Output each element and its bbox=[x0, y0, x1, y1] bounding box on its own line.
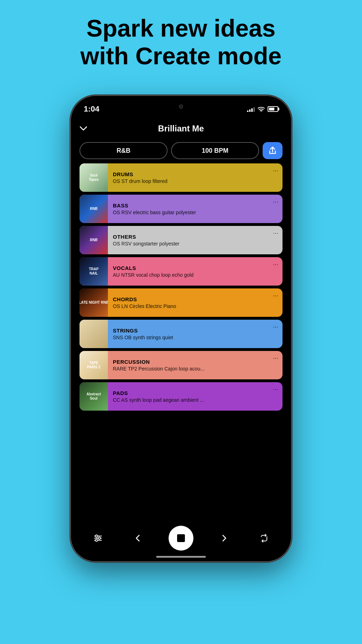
svg-point-6 bbox=[95, 539, 98, 541]
track-name-percussion: RARE TP2 Percussion Cajon loop acou... bbox=[113, 366, 278, 372]
controls-row: R&B 100 BPM bbox=[79, 142, 283, 159]
battery-icon bbox=[268, 106, 278, 112]
track-info-others: OTHERSOS RSV songstarter polyester bbox=[108, 230, 283, 250]
track-name-pads: CC AS synth loop pad aegean ambient ... bbox=[113, 397, 278, 403]
track-more-strings[interactable]: ··· bbox=[273, 323, 278, 331]
track-more-percussion[interactable]: ··· bbox=[273, 355, 278, 362]
track-item-bass[interactable]: RNBBASSOS RSV electric bass guitar polye… bbox=[79, 195, 283, 223]
page-headline: Spark new ideas with Create mode bbox=[0, 14, 362, 70]
track-category-vocals: VOCALS bbox=[113, 265, 278, 271]
signal-icon bbox=[247, 106, 255, 112]
track-info-strings: STRINGSSNS OB synth strings quiet bbox=[108, 324, 283, 344]
track-artwork-pads: Abstract Soul bbox=[79, 382, 108, 411]
track-name-vocals: AU NTSR vocal chop loop echo gold bbox=[113, 272, 278, 278]
mixer-button[interactable] bbox=[89, 529, 107, 547]
track-item-vocals[interactable]: TRAP NAILVOCALSAU NTSR vocal chop loop e… bbox=[79, 257, 283, 286]
track-more-chords[interactable]: ··· bbox=[273, 292, 278, 299]
track-name-chords: OS LN Circles Electric Piano bbox=[113, 303, 278, 309]
track-item-pads[interactable]: Abstract SoulPADSCC AS synth loop pad ae… bbox=[79, 382, 283, 411]
battery-fill bbox=[269, 108, 274, 110]
track-list: Soul TapesDRUMSOS ST drum loop filtered·… bbox=[79, 163, 283, 411]
track-artwork-bass: RNB bbox=[79, 195, 108, 223]
stop-icon bbox=[177, 534, 185, 542]
svg-point-5 bbox=[98, 537, 100, 539]
track-info-drums: DRUMSOS ST drum loop filtered bbox=[108, 168, 283, 188]
genre-button[interactable]: R&B bbox=[79, 142, 168, 159]
title-bar: Brilliant Me bbox=[79, 119, 283, 138]
track-artwork-percussion: TAPE PARIS 2 bbox=[79, 351, 108, 379]
home-indicator bbox=[156, 556, 206, 558]
wifi-icon bbox=[258, 106, 265, 112]
track-info-vocals: VOCALSAU NTSR vocal chop loop echo gold bbox=[108, 261, 283, 281]
track-info-pads: PADSCC AS synth loop pad aegean ambient … bbox=[108, 386, 283, 406]
track-artwork-vocals: TRAP NAIL bbox=[79, 257, 108, 286]
track-item-drums[interactable]: Soul TapesDRUMSOS ST drum loop filtered·… bbox=[79, 163, 283, 192]
track-name-bass: OS RSV electric bass guitar polyester bbox=[113, 210, 278, 215]
app-title: Brilliant Me bbox=[158, 124, 204, 134]
track-category-drums: DRUMS bbox=[113, 171, 278, 177]
svg-point-0 bbox=[261, 111, 262, 112]
track-category-bass: BASS bbox=[113, 202, 278, 209]
track-artwork-chords: LATE NIGHT RNB bbox=[79, 288, 108, 317]
track-item-others[interactable]: RNBOTHERSOS RSV songstarter polyester··· bbox=[79, 226, 283, 254]
track-more-pads[interactable]: ··· bbox=[273, 386, 278, 393]
track-name-drums: OS ST drum loop filtered bbox=[113, 178, 278, 184]
stop-button[interactable] bbox=[169, 526, 193, 551]
track-artwork-drums: Soul Tapes bbox=[79, 163, 108, 192]
track-item-chords[interactable]: LATE NIGHT RNBCHORDSOS LN Circles Electr… bbox=[79, 288, 283, 317]
track-info-chords: CHORDSOS LN Circles Electric Piano bbox=[108, 293, 283, 313]
bottom-bar bbox=[71, 522, 291, 561]
svg-point-4 bbox=[95, 535, 98, 537]
loop-button[interactable] bbox=[255, 529, 273, 547]
notch bbox=[158, 101, 204, 112]
track-item-percussion[interactable]: TAPE PARIS 2PERCUSSIONRARE TP2 Percussio… bbox=[79, 351, 283, 379]
track-category-pads: PADS bbox=[113, 390, 278, 396]
camera-dot bbox=[179, 104, 183, 109]
phone-screen: 1:04 bbox=[71, 96, 291, 561]
track-artwork-others: RNB bbox=[79, 226, 108, 254]
headline-line1: Spark new ideas bbox=[87, 15, 276, 42]
track-category-percussion: PERCUSSION bbox=[113, 359, 278, 365]
track-name-others: OS RSV songstarter polyester bbox=[113, 241, 278, 247]
chevron-down-icon[interactable] bbox=[79, 124, 87, 133]
track-artwork-strings bbox=[79, 320, 108, 348]
track-more-others[interactable]: ··· bbox=[273, 229, 278, 237]
track-category-strings: STRINGS bbox=[113, 328, 278, 334]
track-name-strings: SNS OB synth strings quiet bbox=[113, 335, 278, 340]
track-category-others: OTHERS bbox=[113, 234, 278, 240]
forward-button[interactable] bbox=[215, 529, 233, 547]
bpm-button[interactable]: 100 BPM bbox=[171, 142, 259, 159]
phone-frame: 1:04 bbox=[71, 96, 291, 561]
app-content: Brilliant Me R&B 100 BPM Soul TapesDRUMS… bbox=[71, 119, 291, 411]
track-more-vocals[interactable]: ··· bbox=[273, 261, 278, 268]
share-icon bbox=[268, 146, 277, 155]
track-info-percussion: PERCUSSIONRARE TP2 Percussion Cajon loop… bbox=[108, 355, 283, 375]
back-button[interactable] bbox=[129, 529, 147, 547]
status-time: 1:04 bbox=[84, 104, 99, 114]
share-button[interactable] bbox=[263, 142, 283, 159]
track-category-chords: CHORDS bbox=[113, 296, 278, 302]
track-info-bass: BASSOS RSV electric bass guitar polyeste… bbox=[108, 199, 283, 219]
headline-line2: with Create mode bbox=[81, 42, 282, 69]
track-item-strings[interactable]: STRINGSSNS OB synth strings quiet··· bbox=[79, 320, 283, 348]
status-icons bbox=[247, 106, 278, 112]
track-more-bass[interactable]: ··· bbox=[273, 198, 278, 206]
track-more-drums[interactable]: ··· bbox=[273, 167, 278, 174]
